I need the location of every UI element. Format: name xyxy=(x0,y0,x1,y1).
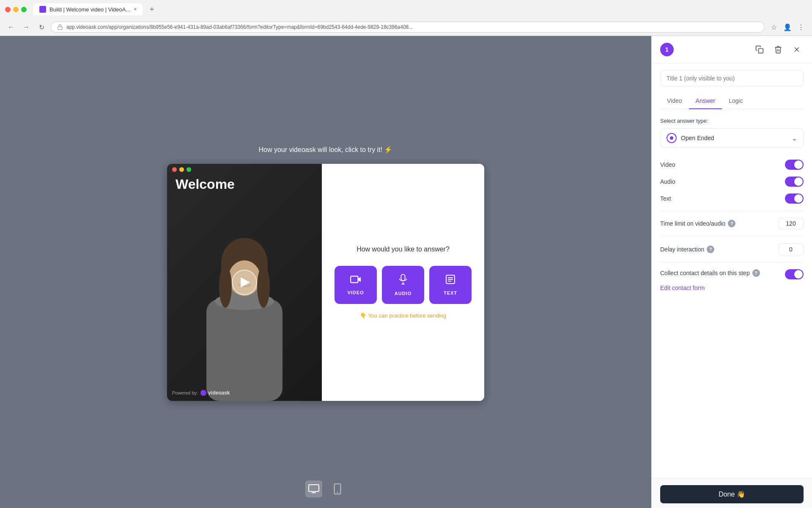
copy-icon xyxy=(755,45,764,54)
videoask-logo: videoask xyxy=(200,390,230,396)
browser-nav: ← → ↻ app.videoask.com/app/organizations… xyxy=(0,19,812,36)
copy-button[interactable] xyxy=(753,43,766,56)
bookmark-button[interactable]: ☆ xyxy=(768,21,780,33)
url-text: app.videoask.com/app/organizations/8b955… xyxy=(66,24,758,30)
trash-icon xyxy=(774,45,782,54)
browser-tab[interactable]: Build | Welcome video | VideoA... × xyxy=(33,3,143,15)
close-dot[interactable] xyxy=(5,7,11,12)
video-toggle[interactable] xyxy=(785,160,804,170)
delay-interaction-row: Delay interaction ? xyxy=(660,240,804,259)
svg-rect-18 xyxy=(309,485,319,491)
maximize-dot[interactable] xyxy=(21,7,27,12)
text-toggle-knob xyxy=(794,194,803,203)
audio-toggle[interactable] xyxy=(785,177,804,187)
tab-video[interactable]: Video xyxy=(660,93,689,109)
desktop-view-button[interactable] xyxy=(305,480,322,497)
panel-tabs: Video Answer Logic xyxy=(660,93,804,109)
play-button[interactable] xyxy=(232,270,257,295)
divider-3 xyxy=(660,262,804,262)
close-panel-button[interactable] xyxy=(790,43,804,56)
collect-contact-toggle[interactable] xyxy=(785,269,804,279)
video-answer-button[interactable]: VIDEO xyxy=(335,266,377,304)
tab-close-button[interactable]: × xyxy=(134,6,137,12)
person-silhouette xyxy=(185,232,304,401)
preview-hint: How your videoask will look, click to tr… xyxy=(259,146,393,154)
video-camera-icon xyxy=(350,275,361,287)
answer-type-icon-inner xyxy=(670,136,673,140)
video-toggle-label: Video xyxy=(660,161,675,168)
audio-answer-button[interactable]: AUDIO xyxy=(382,266,424,304)
edit-contact-link[interactable]: Edit contact form xyxy=(660,284,804,291)
answer-type-label: Open Ended xyxy=(681,135,787,141)
collect-contact-label: Collect contact details on this step ? xyxy=(660,269,780,277)
forward-button[interactable]: → xyxy=(20,21,32,33)
panel-footer: Done 👋 xyxy=(652,478,812,508)
video-panel: Welcome Powered by: videoask xyxy=(167,164,322,401)
powered-by: Powered by: videoask xyxy=(172,390,230,396)
videoask-frame: Welcome Powered by: videoask How would y… xyxy=(167,164,484,401)
text-icon xyxy=(445,274,455,287)
text-answer-label: TEXT xyxy=(444,290,457,295)
address-bar[interactable]: app.videoask.com/app/organizations/8b955… xyxy=(51,22,765,33)
collect-help-icon[interactable]: ? xyxy=(752,269,760,277)
back-button[interactable]: ← xyxy=(5,21,17,33)
step-badge: 1 xyxy=(660,43,674,56)
main-layout: How your videoask will look, click to tr… xyxy=(0,36,812,508)
profile-button[interactable]: 👤 xyxy=(782,21,793,33)
audio-answer-label: AUDIO xyxy=(395,291,411,296)
browser-chrome: Build | Welcome video | VideoA... × + ← … xyxy=(0,0,812,36)
time-limit-help-icon[interactable]: ? xyxy=(728,220,735,227)
answer-type-dropdown[interactable]: Open Ended ⌄ xyxy=(660,128,804,148)
refresh-button[interactable]: ↻ xyxy=(36,21,47,33)
title-input[interactable] xyxy=(660,70,804,86)
panel-header: 1 xyxy=(652,36,812,64)
svg-point-8 xyxy=(219,265,232,308)
time-limit-label: Time limit on video/audio ? xyxy=(660,220,735,227)
frame-close-dot xyxy=(172,167,177,172)
video-toggle-knob xyxy=(794,160,803,169)
browser-titlebar: Build | Welcome video | VideoA... × + xyxy=(0,0,812,19)
text-toggle-row: Text xyxy=(660,190,804,207)
mobile-view-button[interactable] xyxy=(329,480,346,497)
answer-panel: How would you like to answer? VIDEO xyxy=(322,164,484,401)
frame-maximize-dot xyxy=(187,167,191,172)
browser-dots xyxy=(5,7,27,12)
audio-toggle-label: Audio xyxy=(660,178,675,185)
tab-favicon xyxy=(39,6,46,13)
tab-logic[interactable]: Logic xyxy=(722,93,749,109)
device-toggle xyxy=(305,480,346,497)
tab-answer[interactable]: Answer xyxy=(689,93,722,109)
svg-rect-23 xyxy=(759,49,763,53)
answer-buttons: VIDEO AUDIO xyxy=(335,266,472,304)
svg-rect-11 xyxy=(401,274,405,281)
panel-content: Video Answer Logic Select answer type: O… xyxy=(652,64,812,478)
svg-point-22 xyxy=(337,492,338,493)
new-tab-button[interactable]: + xyxy=(146,3,158,15)
text-toggle-label: Text xyxy=(660,195,671,202)
frame-dots xyxy=(172,167,191,172)
tab-title: Build | Welcome video | VideoA... xyxy=(49,6,130,13)
collect-contact-row: Collect contact details on this step ? xyxy=(660,266,804,283)
delay-help-icon[interactable]: ? xyxy=(707,246,714,253)
more-button[interactable]: ⋮ xyxy=(795,21,807,33)
video-toggle-row: Video xyxy=(660,156,804,173)
minimize-dot[interactable] xyxy=(13,7,19,12)
text-answer-button[interactable]: TEXT xyxy=(429,266,472,304)
done-button[interactable]: Done 👋 xyxy=(660,485,804,503)
microphone-icon xyxy=(398,274,408,287)
delay-input[interactable] xyxy=(778,243,804,255)
answer-type-icon xyxy=(667,133,677,143)
play-icon xyxy=(241,277,250,287)
preview-area: How your videoask will look, click to tr… xyxy=(0,36,651,508)
chevron-down-icon: ⌄ xyxy=(792,134,797,142)
time-limit-input[interactable] xyxy=(778,218,804,229)
text-toggle[interactable] xyxy=(785,193,804,204)
frame-minimize-dot xyxy=(179,167,184,172)
svg-point-9 xyxy=(257,265,270,308)
svg-rect-3 xyxy=(206,299,283,401)
delete-button[interactable] xyxy=(771,43,785,56)
desktop-icon xyxy=(308,484,319,494)
select-answer-label: Select answer type: xyxy=(660,118,804,124)
close-icon xyxy=(793,45,801,54)
audio-toggle-row: Audio xyxy=(660,173,804,190)
